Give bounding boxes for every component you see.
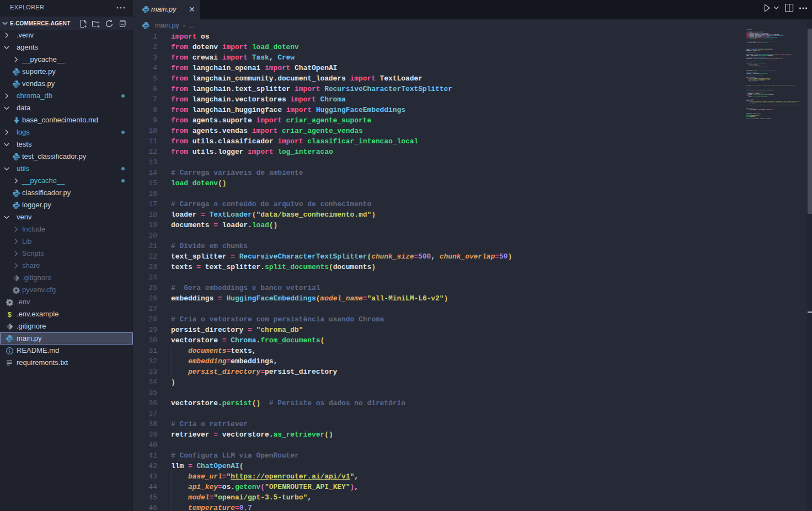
svg-text:$: $ xyxy=(8,310,12,319)
